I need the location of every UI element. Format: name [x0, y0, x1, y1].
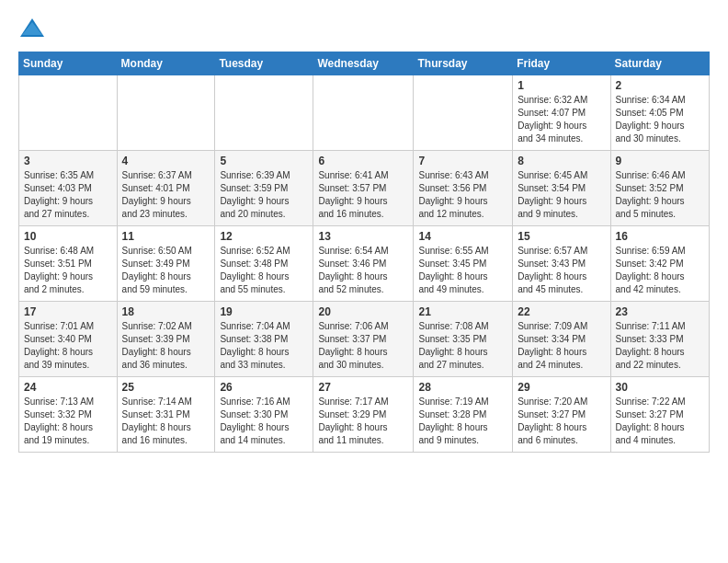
day-info: Sunrise: 7:02 AM Sunset: 3:39 PM Dayligh…: [122, 320, 210, 372]
calendar-cell: 14Sunrise: 6:55 AM Sunset: 3:45 PM Dayli…: [414, 226, 513, 302]
header: [18, 15, 710, 42]
day-info: Sunrise: 6:52 AM Sunset: 3:48 PM Dayligh…: [220, 245, 308, 296]
weekday-header: Friday: [513, 52, 610, 75]
day-info: Sunrise: 7:08 AM Sunset: 3:35 PM Dayligh…: [418, 320, 507, 372]
calendar-cell: 20Sunrise: 7:06 AM Sunset: 3:37 PM Dayli…: [313, 302, 414, 377]
calendar-cell: 5Sunrise: 6:39 AM Sunset: 3:59 PM Daylig…: [215, 151, 313, 226]
day-number: 3: [24, 155, 112, 167]
day-info: Sunrise: 6:54 AM Sunset: 3:46 PM Dayligh…: [318, 245, 408, 296]
day-number: 5: [220, 155, 308, 167]
weekday-header: Sunday: [19, 52, 118, 75]
day-info: Sunrise: 7:11 AM Sunset: 3:33 PM Dayligh…: [616, 320, 704, 372]
calendar-cell: 10Sunrise: 6:48 AM Sunset: 3:51 PM Dayli…: [19, 226, 118, 302]
day-number: 15: [518, 230, 605, 243]
day-number: 17: [24, 305, 112, 318]
day-number: 29: [518, 381, 605, 394]
calendar-cell: 7Sunrise: 6:43 AM Sunset: 3:56 PM Daylig…: [414, 151, 513, 226]
calendar-cell: 30Sunrise: 7:22 AM Sunset: 3:27 PM Dayli…: [610, 377, 709, 453]
day-info: Sunrise: 7:01 AM Sunset: 3:40 PM Dayligh…: [24, 320, 112, 372]
day-info: Sunrise: 6:48 AM Sunset: 3:51 PM Dayligh…: [24, 245, 112, 296]
day-number: 7: [418, 155, 507, 167]
calendar-cell: 27Sunrise: 7:17 AM Sunset: 3:29 PM Dayli…: [313, 377, 414, 453]
calendar-week-row: 10Sunrise: 6:48 AM Sunset: 3:51 PM Dayli…: [19, 226, 710, 302]
day-info: Sunrise: 6:43 AM Sunset: 3:56 PM Dayligh…: [418, 169, 507, 221]
day-number: 19: [220, 305, 308, 318]
day-info: Sunrise: 7:14 AM Sunset: 3:31 PM Dayligh…: [122, 396, 210, 447]
weekday-header: Saturday: [610, 52, 709, 75]
calendar-cell: 2Sunrise: 6:34 AM Sunset: 4:05 PM Daylig…: [610, 75, 709, 151]
calendar-cell: 25Sunrise: 7:14 AM Sunset: 3:31 PM Dayli…: [117, 377, 215, 453]
day-number: 24: [24, 381, 112, 394]
calendar-week-row: 1Sunrise: 6:32 AM Sunset: 4:07 PM Daylig…: [19, 75, 710, 151]
weekday-header: Tuesday: [215, 52, 313, 75]
weekday-header: Thursday: [414, 52, 513, 75]
day-info: Sunrise: 7:22 AM Sunset: 3:27 PM Dayligh…: [616, 396, 704, 447]
day-number: 6: [318, 155, 408, 167]
calendar-cell: 19Sunrise: 7:04 AM Sunset: 3:38 PM Dayli…: [215, 302, 313, 377]
day-number: 16: [616, 230, 704, 243]
day-info: Sunrise: 7:09 AM Sunset: 3:34 PM Dayligh…: [518, 320, 605, 372]
day-number: 20: [318, 305, 408, 318]
calendar-cell: 13Sunrise: 6:54 AM Sunset: 3:46 PM Dayli…: [313, 226, 414, 302]
calendar-cell: 16Sunrise: 6:59 AM Sunset: 3:42 PM Dayli…: [610, 226, 709, 302]
day-info: Sunrise: 7:04 AM Sunset: 3:38 PM Dayligh…: [220, 320, 308, 372]
calendar-week-row: 24Sunrise: 7:13 AM Sunset: 3:32 PM Dayli…: [19, 377, 710, 453]
day-number: 23: [616, 305, 704, 318]
calendar-week-row: 17Sunrise: 7:01 AM Sunset: 3:40 PM Dayli…: [19, 302, 710, 377]
day-number: 30: [616, 381, 704, 394]
calendar-cell: 26Sunrise: 7:16 AM Sunset: 3:30 PM Dayli…: [215, 377, 313, 453]
day-number: 27: [318, 381, 408, 394]
calendar-cell: [414, 75, 513, 151]
day-info: Sunrise: 6:45 AM Sunset: 3:54 PM Dayligh…: [518, 169, 605, 221]
svg-marker-1: [22, 22, 42, 35]
day-info: Sunrise: 6:59 AM Sunset: 3:42 PM Dayligh…: [616, 245, 704, 296]
day-info: Sunrise: 7:20 AM Sunset: 3:27 PM Dayligh…: [518, 396, 605, 447]
day-info: Sunrise: 6:57 AM Sunset: 3:43 PM Dayligh…: [518, 245, 605, 296]
calendar-cell: [215, 75, 313, 151]
day-info: Sunrise: 7:16 AM Sunset: 3:30 PM Dayligh…: [220, 396, 308, 447]
day-number: 1: [518, 79, 605, 92]
calendar-cell: [117, 75, 215, 151]
calendar-cell: 3Sunrise: 6:35 AM Sunset: 4:03 PM Daylig…: [19, 151, 118, 226]
calendar-cell: 28Sunrise: 7:19 AM Sunset: 3:28 PM Dayli…: [414, 377, 513, 453]
calendar-cell: 15Sunrise: 6:57 AM Sunset: 3:43 PM Dayli…: [513, 226, 610, 302]
calendar-cell: 11Sunrise: 6:50 AM Sunset: 3:49 PM Dayli…: [117, 226, 215, 302]
day-number: 10: [24, 230, 112, 243]
day-info: Sunrise: 6:34 AM Sunset: 4:05 PM Dayligh…: [616, 94, 704, 145]
day-number: 11: [122, 230, 210, 243]
day-number: 18: [122, 305, 210, 318]
calendar-cell: 29Sunrise: 7:20 AM Sunset: 3:27 PM Dayli…: [513, 377, 610, 453]
page: SundayMondayTuesdayWednesdayThursdayFrid…: [0, 0, 728, 563]
day-info: Sunrise: 6:32 AM Sunset: 4:07 PM Dayligh…: [518, 94, 605, 145]
day-number: 4: [122, 155, 210, 167]
day-number: 12: [220, 230, 308, 243]
calendar-header-row: SundayMondayTuesdayWednesdayThursdayFrid…: [19, 52, 710, 75]
calendar-cell: 9Sunrise: 6:46 AM Sunset: 3:52 PM Daylig…: [610, 151, 709, 226]
day-info: Sunrise: 6:35 AM Sunset: 4:03 PM Dayligh…: [24, 169, 112, 221]
weekday-header: Monday: [117, 52, 215, 75]
day-info: Sunrise: 6:50 AM Sunset: 3:49 PM Dayligh…: [122, 245, 210, 296]
logo: [18, 15, 50, 42]
day-info: Sunrise: 6:41 AM Sunset: 3:57 PM Dayligh…: [318, 169, 408, 221]
calendar-cell: 21Sunrise: 7:08 AM Sunset: 3:35 PM Dayli…: [414, 302, 513, 377]
day-info: Sunrise: 6:37 AM Sunset: 4:01 PM Dayligh…: [122, 169, 210, 221]
calendar-cell: 23Sunrise: 7:11 AM Sunset: 3:33 PM Dayli…: [610, 302, 709, 377]
calendar-cell: [19, 75, 118, 151]
calendar-cell: 4Sunrise: 6:37 AM Sunset: 4:01 PM Daylig…: [117, 151, 215, 226]
calendar-cell: 22Sunrise: 7:09 AM Sunset: 3:34 PM Dayli…: [513, 302, 610, 377]
calendar-cell: 17Sunrise: 7:01 AM Sunset: 3:40 PM Dayli…: [19, 302, 118, 377]
calendar-table: SundayMondayTuesdayWednesdayThursdayFrid…: [18, 52, 710, 453]
day-info: Sunrise: 7:13 AM Sunset: 3:32 PM Dayligh…: [24, 396, 112, 447]
day-info: Sunrise: 7:17 AM Sunset: 3:29 PM Dayligh…: [318, 396, 408, 447]
day-number: 8: [518, 155, 605, 167]
calendar-cell: 12Sunrise: 6:52 AM Sunset: 3:48 PM Dayli…: [215, 226, 313, 302]
calendar-week-row: 3Sunrise: 6:35 AM Sunset: 4:03 PM Daylig…: [19, 151, 710, 226]
calendar-cell: 8Sunrise: 6:45 AM Sunset: 3:54 PM Daylig…: [513, 151, 610, 226]
day-info: Sunrise: 6:46 AM Sunset: 3:52 PM Dayligh…: [616, 169, 704, 221]
day-number: 26: [220, 381, 308, 394]
day-number: 22: [518, 305, 605, 318]
day-number: 2: [616, 79, 704, 92]
calendar-cell: [313, 75, 414, 151]
day-number: 21: [418, 305, 507, 318]
day-info: Sunrise: 7:19 AM Sunset: 3:28 PM Dayligh…: [418, 396, 507, 447]
